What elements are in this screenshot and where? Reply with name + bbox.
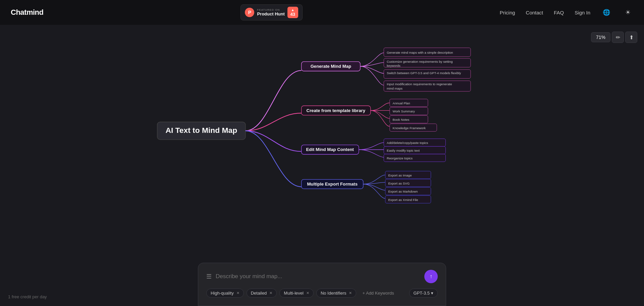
tag-detailed-label: Detailed [251,291,267,296]
tag-high-quality-label: High-quality [211,291,234,296]
nav-faq[interactable]: FAQ [554,10,564,15]
branch-export-label: Multiple Export Formats [307,182,358,187]
leaf-template-1: Annual Plan [393,101,410,105]
edit-icon[interactable]: ✏ [612,32,624,43]
tag-multilevel-label: Multi-level [284,291,304,296]
ph-featured-label: FEATURED ON [257,8,284,11]
model-select[interactable]: GPT-3.5 ▾ [409,289,438,298]
tag-no-identifiers-label: No Identifiers [321,291,346,296]
zoom-level[interactable]: 71% [591,32,610,42]
zoom-controls: 71% ✏ ⬆ [591,32,637,43]
branch-generate-label: Generate Mind Map [311,64,351,69]
mindmap-container: .root-text { font-size: 26px; font-weigh… [0,25,644,246]
tag-high-quality-close[interactable]: ✕ [236,291,239,295]
root-node-label: AI Text to Mind Map [165,126,237,135]
nav-signin[interactable]: Sign In [575,10,590,15]
leaf-template-3: Book Notes [393,118,410,121]
add-keyword-button[interactable]: + Add Keywords [359,289,397,297]
leaf-edit-2: Easily modify topic text [387,149,420,152]
logo: Chatmind [11,8,43,17]
leaf-generate-3: Switch between GPT-3.5 and GPT-4 models … [387,71,461,75]
leaf-generate-2: Customize generation requirements by set… [387,60,453,63]
leaf-export-3: Export as Markdown [388,190,418,193]
ph-arrow-icon: ▲ [291,8,294,12]
document-icon: ☰ [206,273,212,280]
tags-row: High-quality ✕ Detailed ✕ Multi-level ✕ … [206,289,438,298]
branch-template-label: Create from template library [306,108,365,113]
input-panel: ☰ ↑ High-quality ✕ Detailed ✕ Multi-leve… [198,263,446,306]
leaf-export-4: Export as Xmind File [388,198,418,202]
input-row: ☰ ↑ [206,270,438,283]
leaf-template-2: Work Summary [393,109,415,113]
ph-number: 43 [290,12,295,17]
add-keyword-label: + Add Keywords [362,291,394,296]
product-hunt-icon: P [245,8,254,17]
leaf-generate-4b: mind maps [387,87,402,90]
chevron-down-icon: ▾ [431,291,433,296]
leaf-export-2: Export as SVG [388,182,410,185]
nav-links: Pricing Contact FAQ Sign In 🌐 ☀ [500,7,633,18]
ph-name: Product Hunt [257,11,284,16]
leaf-generate-1: Generate mind maps with a simple descrip… [387,51,453,54]
leaf-generate-2b: keywords [387,64,400,67]
tag-multilevel[interactable]: Multi-level ✕ [279,289,314,298]
ph-count: ▲ 43 [287,7,298,18]
leaf-export-1: Export as Image [388,173,412,177]
nav-center: P FEATURED ON Product Hunt ▲ 43 [240,4,302,20]
theme-icon[interactable]: ☀ [623,7,633,18]
free-credit: 1 free credit per day [8,294,47,299]
tag-detailed[interactable]: Detailed ✕ [247,289,277,298]
model-label: GPT-3.5 [414,291,430,296]
product-hunt-text: FEATURED ON Product Hunt [257,8,284,16]
nav-pricing[interactable]: Pricing [500,10,515,15]
nav-contact[interactable]: Contact [526,10,543,15]
header: Chatmind P FEATURED ON Product Hunt ▲ 43… [0,0,644,25]
product-hunt-badge[interactable]: P FEATURED ON Product Hunt ▲ 43 [240,4,302,20]
leaf-template-4: Knowledge Framework [393,126,426,130]
tag-multilevel-close[interactable]: ✕ [306,291,309,295]
tag-no-identifiers-close[interactable]: ✕ [349,291,352,295]
leaf-generate-4: Input modification requirements to regen… [387,82,452,86]
globe-icon[interactable]: 🌐 [601,7,612,18]
leaf-edit-1: Add/delete/copy/paste topics [387,141,428,145]
tag-high-quality[interactable]: High-quality ✕ [206,289,244,298]
branch-edit-label: Edit Mind Map Content [306,147,354,152]
mindmap-svg: .root-text { font-size: 26px; font-weigh… [0,25,644,246]
mindmap-input[interactable] [216,273,420,280]
canvas: 71% ✏ ⬆ .root-text { font-size: 26px; fo… [0,25,644,306]
send-button[interactable]: ↑ [424,270,438,283]
tag-detailed-close[interactable]: ✕ [269,291,272,295]
leaf-edit-3: Reorganize topics [387,156,413,160]
export-icon[interactable]: ⬆ [625,32,637,43]
tag-no-identifiers[interactable]: No Identifiers ✕ [316,289,357,298]
